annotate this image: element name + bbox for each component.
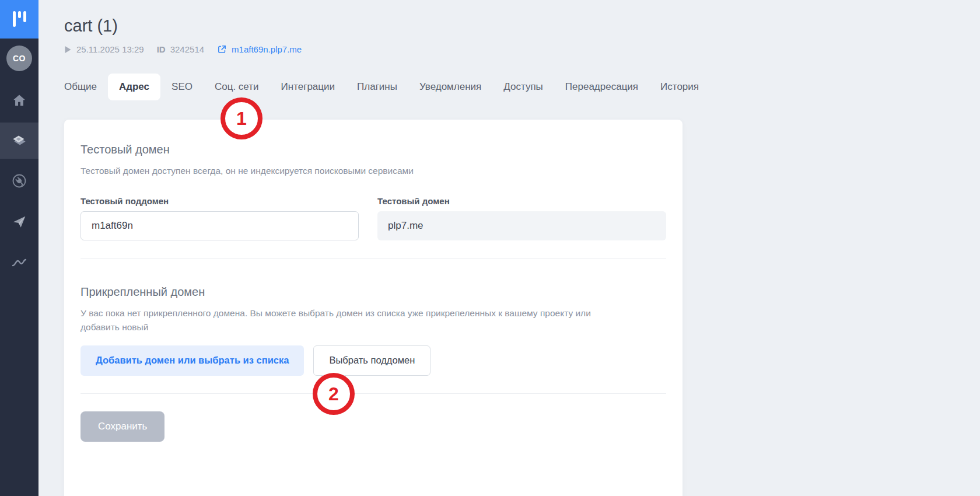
annotation-step-2-number: 2 [328,383,339,405]
section-divider-2 [80,393,666,394]
subdomain-label: Тестовый поддомен [80,196,359,206]
domain-field-group: Тестовый домен plp7.me [377,196,666,240]
sidebar-item-send[interactable] [0,207,38,237]
tab-social[interactable]: Соц. сети [204,74,270,100]
avatar[interactable]: CO [6,46,32,71]
avatar-initials: CO [13,54,26,63]
domain-link[interactable]: m1aft69n.plp7.me [217,44,302,54]
play-icon [64,46,72,54]
project-id: ID 3242514 [157,44,204,54]
brand-bars-icon [13,11,26,27]
test-domain-title: Тестовый домен [80,143,666,156]
layers-icon [10,132,28,149]
attached-domain-title: Прикрепленный домен [80,285,666,299]
sidebar-item-pages[interactable] [0,123,38,159]
subdomain-field-group: Тестовый поддомен [80,196,359,240]
main-content: cart (1) 25.11.2025 13:29 ID 3242514 m1a… [38,0,980,496]
annotation-step-1-number: 1 [236,108,247,130]
tab-plugins[interactable]: Плагины [346,74,408,100]
publish-status: 25.11.2025 13:29 [64,44,144,54]
paper-plane-icon [12,214,27,229]
domain-readonly-field: plp7.me [377,211,666,240]
domain-label: Тестовый домен [377,196,666,206]
domain-link-text: m1aft69n.plp7.me [232,44,302,54]
external-link-icon [217,44,227,54]
annotation-step-2: 2 [313,373,355,415]
tab-history[interactable]: История [649,74,710,100]
tab-redirect[interactable]: Переадресация [554,74,649,100]
id-value: 3242514 [170,44,204,54]
domain-readonly-value: plp7.me [388,220,423,232]
publish-date: 25.11.2025 13:29 [76,44,144,54]
trend-chart-icon [11,254,27,271]
sidebar-item-home[interactable] [0,85,38,116]
plug-icon [10,172,28,190]
tab-notifications[interactable]: Уведомления [408,74,492,100]
tab-bar: Общие Адрес SEO Соц. сети Интеграции Пла… [53,74,710,100]
tab-integrations[interactable]: Интеграции [270,74,346,100]
tab-seo[interactable]: SEO [160,74,204,100]
sidebar: CO [0,0,38,496]
section-divider [80,258,666,259]
domain-actions: Добавить домен или выбрать из списка Выб… [80,345,666,376]
choose-subdomain-button[interactable]: Выбрать поддомен [313,345,430,376]
address-settings-card: Тестовый домен Тестовый домен доступен в… [64,120,682,496]
save-button[interactable]: Сохранить [80,411,164,442]
attached-domain-description: У вас пока нет прикрепленного домена. Вы… [80,306,614,334]
home-icon [12,93,27,108]
page-title: cart (1) [64,16,118,36]
test-domain-description: Тестовый домен доступен всегда, он не ин… [80,164,614,177]
test-domain-fields: Тестовый поддомен Тестовый домен plp7.me [80,196,666,240]
tab-access[interactable]: Доступы [492,74,554,100]
sidebar-item-stats[interactable] [0,247,38,278]
sidebar-item-plugins[interactable] [0,166,38,196]
app-logo[interactable] [0,0,38,39]
page-meta: 25.11.2025 13:29 ID 3242514 m1aft69n.plp… [64,44,302,54]
attached-domain-section: Прикрепленный домен У вас пока нет прикр… [80,285,666,376]
add-domain-button[interactable]: Добавить домен или выбрать из списка [80,345,304,376]
id-label: ID [157,44,166,54]
subdomain-input[interactable] [80,211,359,240]
annotation-step-1: 1 [220,97,262,139]
tab-general[interactable]: Общие [53,74,108,100]
tab-address[interactable]: Адрес [108,74,160,100]
